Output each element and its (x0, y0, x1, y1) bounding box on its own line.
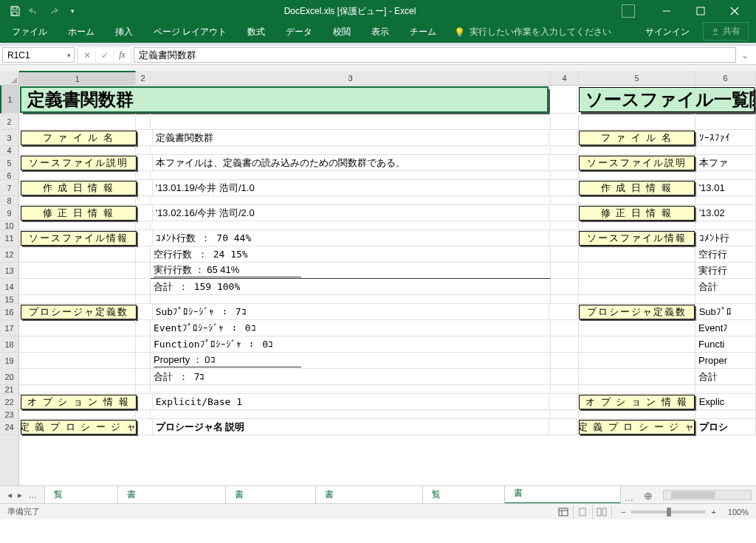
cell[interactable]: 定 義 プ ロ シ ー ジ ャ (579, 420, 695, 435)
sheet-tab[interactable]: 1.7グラフシート定義書 (315, 486, 423, 503)
row-header[interactable]: 6 (0, 171, 18, 180)
sheet-tab[interactable]: 1.4シート一覧 (44, 486, 118, 503)
row-header[interactable]: 24 (0, 419, 18, 435)
col-header[interactable]: 1 (19, 71, 136, 85)
cell[interactable]: Eventﾌﾟﾛｼｰｼﾞｬ ： 0ｺ (151, 320, 551, 336)
zoom-slider[interactable] (631, 511, 705, 513)
cell[interactable]: 実行行 (695, 263, 756, 279)
zoom-out-button[interactable]: − (621, 508, 625, 516)
col-header[interactable]: 2 (136, 71, 151, 85)
cell[interactable]: 本ファイルは、定義書の読み込みのための関数群である。 (153, 155, 549, 171)
row-header[interactable]: 13 (0, 263, 18, 279)
row-header[interactable]: 9 (0, 205, 18, 221)
cell[interactable] (549, 86, 577, 114)
view-pagebreak-icon[interactable] (593, 505, 612, 519)
cell[interactable]: ソースファイル情報 (21, 231, 137, 246)
cell[interactable]: ｺﾒﾝﾄ行数 ： 70 44% (153, 230, 549, 246)
col-header[interactable]: 4 (551, 71, 579, 85)
save-icon[interactable] (9, 5, 21, 17)
cell[interactable]: 合計 (695, 279, 756, 295)
cell[interactable]: 空行行数 ： 24 15% (151, 246, 551, 263)
cell[interactable]: ソースファイル情報 (579, 231, 695, 246)
row-header[interactable]: 10 (0, 221, 18, 230)
row-header[interactable]: 5 (0, 155, 18, 171)
cell[interactable]: 本ファ (696, 155, 756, 171)
cell[interactable]: Explicit/Base 1 (153, 394, 549, 410)
cell[interactable]: 合計 ： 7ｺ (151, 369, 551, 385)
add-sheet-button[interactable]: ⊕ (638, 488, 659, 503)
col-header[interactable]: 6 (695, 71, 756, 85)
spreadsheet-grid[interactable]: 1 2 3 4 5 6 7 8 9 10 11 12 13 14 15 16 1… (0, 71, 756, 485)
cell[interactable]: Subﾌﾟﾛｼｰｼﾞｬ ： 7ｺ (153, 304, 549, 320)
cell[interactable]: Explic (696, 394, 756, 410)
cell[interactable]: '13.01 (696, 180, 756, 196)
ribbon-options-icon[interactable] (622, 4, 635, 18)
row-header[interactable]: 7 (0, 180, 18, 196)
fx-icon[interactable]: fx (113, 47, 131, 63)
row-header[interactable]: 1 (0, 86, 18, 114)
cell[interactable]: '13.01.19/今井 浩司/1.0 (153, 180, 549, 196)
cell[interactable]: Property ： 0ｺ (151, 353, 551, 369)
sheet-nav-prev-icon[interactable]: ▸ (18, 490, 22, 500)
row-header[interactable]: 22 (0, 394, 18, 410)
cell[interactable]: プロシ (696, 419, 756, 435)
cell[interactable]: プロシージャ名 説明 (153, 419, 549, 435)
undo-icon[interactable] (28, 5, 40, 17)
col-header[interactable]: 3 (151, 71, 551, 85)
cancel-formula-icon[interactable]: ✕ (78, 47, 95, 63)
row-header[interactable]: 4 (0, 146, 18, 155)
sheet-tab[interactable]: 2.2ソースファイル説明書 (504, 486, 621, 503)
tell-me-search[interactable]: 💡 実行したい作業を入力してください (447, 21, 619, 43)
cell[interactable]: 定 義 プ ロ シ ー ジ ャ (21, 420, 137, 435)
row-header[interactable]: 14 (0, 279, 18, 295)
row-header[interactable]: 20 (0, 369, 18, 385)
row-header[interactable]: 23 (0, 410, 18, 419)
zoom-in-button[interactable]: + (711, 508, 715, 516)
tab-data[interactable]: データ (275, 21, 323, 43)
view-normal-icon[interactable] (554, 505, 574, 519)
tab-insert[interactable]: 挿入 (105, 21, 143, 43)
close-button[interactable] (718, 0, 752, 22)
select-all-corner[interactable] (0, 71, 18, 86)
cell[interactable]: 定義書関数群 (21, 87, 548, 112)
sheet-more-icon[interactable]: … (620, 493, 638, 503)
cell[interactable]: 作 成 日 情 報 (21, 181, 137, 196)
row-header[interactable]: 2 (0, 114, 18, 130)
zoom-level[interactable]: 100% (728, 508, 749, 516)
cell[interactable]: ｿｰｽﾌｧｲ (696, 130, 756, 146)
row-header[interactable]: 8 (0, 196, 18, 205)
cell[interactable]: フ ァ イ ル 名 (579, 131, 695, 145)
cell[interactable]: Functionﾌﾟﾛｼｰｼﾞｬ ： 0ｺ (151, 336, 551, 353)
row-header[interactable]: 18 (0, 336, 18, 353)
row-header[interactable]: 3 (0, 130, 18, 146)
cell[interactable]: オ プ シ ョ ン 情 報 (579, 395, 695, 409)
formula-input[interactable]: 定義書関数群 (134, 47, 736, 63)
tab-file[interactable]: ファイル (4, 21, 58, 43)
cell[interactable]: ソースファイル説明 (21, 156, 137, 170)
sheet-tab[interactable]: 1.6セル情報定義書 (225, 486, 316, 503)
cell[interactable]: Subﾌﾟﾛ (696, 304, 756, 320)
row-header[interactable]: 15 (0, 295, 18, 304)
tab-pagelayout[interactable]: ページ レイアウト (143, 21, 237, 43)
row-header[interactable]: 17 (0, 320, 18, 336)
minimize-button[interactable] (650, 0, 684, 22)
row-header[interactable]: 12 (0, 246, 18, 263)
cell[interactable]: オ プ シ ョ ン 情 報 (21, 395, 137, 409)
cell[interactable]: 修 正 日 情 報 (579, 206, 695, 221)
tab-view[interactable]: 表示 (361, 21, 399, 43)
cell[interactable]: Functi (695, 336, 756, 353)
cell[interactable]: 合計 ： 159 100% (151, 279, 551, 295)
sheet-tab[interactable]: 1.5ワークシート定義書 (117, 486, 225, 503)
redo-icon[interactable] (47, 5, 59, 17)
tab-home[interactable]: ホーム (58, 21, 105, 43)
tab-formulas[interactable]: 数式 (237, 21, 275, 43)
cell[interactable]: 合計 (695, 369, 756, 385)
cell[interactable]: ソースファイル一覧関数 (579, 87, 755, 112)
cell[interactable]: 作 成 日 情 報 (579, 181, 695, 196)
cell[interactable]: 定義書関数群 (153, 130, 549, 146)
cell[interactable]: 実行行数 ： 65 41% (151, 263, 551, 279)
row-header[interactable]: 21 (0, 385, 18, 394)
sheet-tab[interactable]: 2.1ファイル一覧 (422, 486, 505, 503)
signin-link[interactable]: サインイン (635, 21, 700, 43)
expand-formula-icon[interactable]: ⌄ (738, 50, 752, 60)
